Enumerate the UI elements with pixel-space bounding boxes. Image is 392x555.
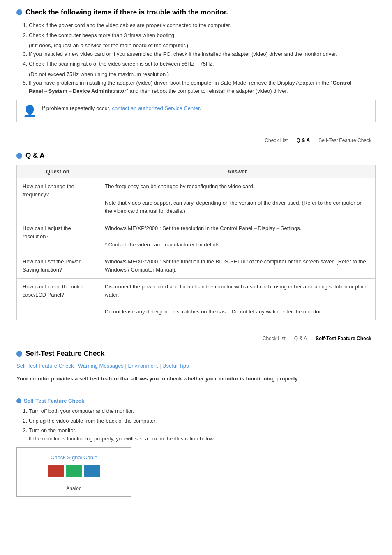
list-item: Check if the computer beeps more than 3 … [29,31,376,39]
col-answer: Answer [99,165,376,178]
blue-dot-icon3 [16,351,22,357]
nav2-selftest[interactable]: Self-Test Feature Check [311,336,376,341]
step2: Unplug the video cable from the back of … [29,417,376,425]
check-list-cont2: If you have problems in installing the a… [29,79,376,95]
section3-intro: Your monitor provides a self test featur… [16,375,376,383]
note-text: If problems repeatedly occur, contact an… [42,104,201,113]
list-item: Check if the power cord and the video ca… [29,21,376,30]
qa-table: Question Answer How can I change the fre… [16,165,376,320]
check-list-cont: If you installed a new video card or if … [29,50,376,68]
signal-box: Check Signal Cable Analog [16,447,131,497]
q-powersaving: How can I set the Power Saving function? [17,253,99,278]
sub-blue-dot-icon [16,398,21,403]
blue-dot-icon2 [16,153,22,159]
sublink-usefultips[interactable]: Useful Tips [162,363,189,369]
color-block-blue [84,465,100,477]
section3-title: Self-Test Feature Check [16,350,376,358]
step1: Turn off both your computer and the moni… [29,407,376,415]
sublink-selftest[interactable]: Self-Test Feature Check [16,363,74,369]
q-resolution: How can I adjust the resolution? [17,220,99,253]
list-item: Check if the scanning ratio of the video… [29,60,376,68]
service-center-link[interactable]: contact an authorized Service Center [112,105,200,111]
signal-bottom: Analog [25,482,123,491]
section-check-items: Check the following items if there is tr… [16,8,376,122]
sub-section-title: Self-Test Feature Check [16,398,376,404]
signal-title: Check Signal Cable [25,454,123,461]
selftest-steps: Turn off both your computer and the moni… [29,407,376,442]
check-list: Check if the power cord and the video ca… [29,21,376,39]
nav2-checklist[interactable]: Check List [258,336,290,341]
blue-dot-icon [16,9,22,15]
color-block-green [66,465,82,477]
indent-note: (If it does, request an a service for th… [29,42,376,48]
sublink-warning[interactable]: Warning Messages [78,363,124,369]
nav2: Check List Q & A Self-Test Feature Check [16,333,376,341]
section2-title: Q & A [16,152,376,160]
sublink-environment[interactable]: Environment [128,363,158,369]
nav1-selftest[interactable]: Self-Test Feature Check [314,138,376,143]
nav2-qa[interactable]: Q & A [290,336,311,341]
section-qa: Q & A Question Answer How can I change t… [16,152,376,320]
table-row: How can I set the Power Saving function?… [17,253,376,278]
section1-title: Check the following items if there is tr… [16,8,376,16]
q-clean: How can I clean the outer case/LCD Panel… [17,279,99,320]
indent-note2: (Do not exceed 75Hz when using the maxim… [29,71,376,77]
section-selftest: Self-Test Feature Check Self-Test Featur… [16,350,376,497]
color-block-red [48,465,64,477]
a-frequency: The frequency can be changed by reconfig… [99,178,376,220]
table-row: How can I change the frequency? The freq… [17,178,376,220]
note-box: 👤 If problems repeatedly occur, contact … [16,100,376,122]
table-row: How can I clean the outer case/LCD Panel… [17,279,376,320]
divider [16,390,376,390]
a-powersaving: Windows ME/XP/2000 : Set the function in… [99,253,376,278]
list-item: If you have problems in installing the a… [29,79,376,95]
list-item: If you installed a new video card or if … [29,50,376,58]
note-icon: 👤 [23,104,37,118]
sub-links: Self-Test Feature Check | Warning Messag… [16,363,376,369]
nav1: Check List Q & A Self-Test Feature Check [16,135,376,143]
nav1-checklist[interactable]: Check List [261,138,292,143]
table-row: How can I adjust the resolution? Windows… [17,220,376,253]
color-blocks [25,465,123,477]
a-resolution: Windows ME/XP/2000 : Set the resolution … [99,220,376,253]
step3: Turn on the monitor. If the monitor is f… [29,426,376,442]
nav1-qa[interactable]: Q & A [292,138,314,143]
col-question: Question [17,165,99,178]
a-clean: Disconnect the power cord and then clean… [99,279,376,320]
q-frequency: How can I change the frequency? [17,178,99,220]
